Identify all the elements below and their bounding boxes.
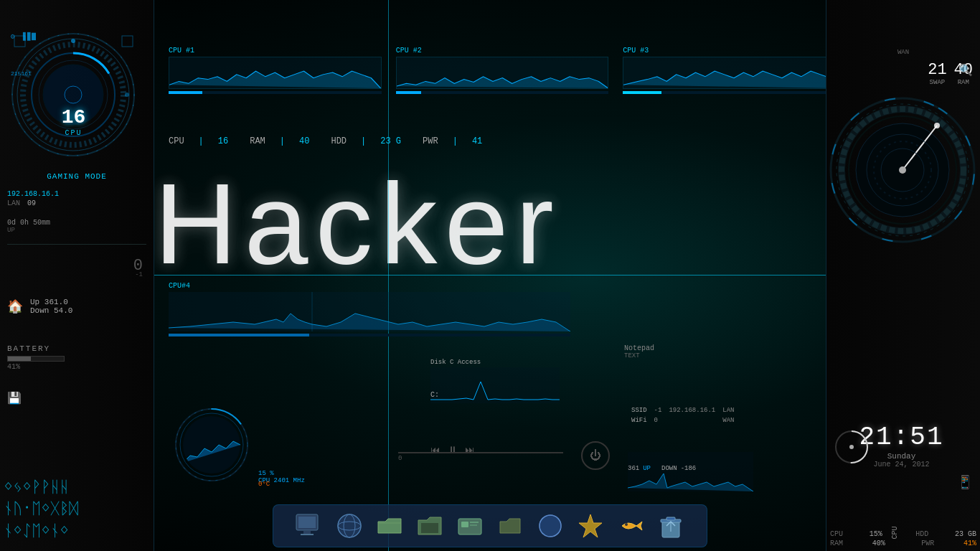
svg-rect-48 bbox=[470, 524, 477, 526]
svg-rect-38 bbox=[303, 531, 311, 534]
svg-point-35 bbox=[849, 445, 854, 449]
svg-rect-55 bbox=[666, 517, 675, 520]
cpu2-progress-fill bbox=[396, 91, 422, 94]
svg-point-10 bbox=[71, 39, 75, 43]
power-btn-circle[interactable]: ⏻ bbox=[581, 441, 610, 470]
cpu2-graph-area bbox=[396, 57, 609, 89]
power-button[interactable]: ⏻ bbox=[581, 441, 610, 470]
cpu1-label: CPU #1 bbox=[169, 47, 382, 55]
pwr-stat-val: 41% bbox=[963, 540, 976, 547]
svg-point-27 bbox=[934, 123, 940, 128]
hacker-title: Hacker bbox=[154, 158, 561, 290]
stats-hdd-label: HDD bbox=[331, 136, 347, 146]
stats-cpu-val: 16 bbox=[218, 136, 228, 146]
taskbar-icon-1[interactable] bbox=[292, 509, 326, 543]
ip-val: 192.168.16.1 bbox=[665, 405, 719, 415]
taskbar-icon-2[interactable] bbox=[332, 509, 367, 543]
battery-label: BATTERY bbox=[7, 344, 65, 353]
net-stats-display: 361 UP DOWN -186 bbox=[628, 465, 696, 472]
cpu3-graph-area bbox=[623, 57, 836, 89]
cpu2-progress bbox=[396, 91, 609, 94]
text-label: TEXT bbox=[624, 352, 654, 359]
bottom-stats: CPU 15% HDD 23 GB RAM 40% PWR 41% bbox=[830, 530, 976, 547]
gaming-mode-label: GAMING MODE bbox=[47, 172, 107, 181]
svg-rect-46 bbox=[461, 522, 468, 527]
stats-bar: CPU | 16 RAM | 40 HDD | 23 G PWR | 41 bbox=[154, 136, 850, 146]
separator-line bbox=[7, 244, 146, 245]
up-label: UP bbox=[643, 465, 651, 472]
taskbar-icon-10[interactable] bbox=[654, 509, 688, 543]
settings-icon: ⚙ bbox=[11, 32, 15, 41]
down-label: DOWN bbox=[661, 465, 677, 472]
wifi-val: 0 bbox=[651, 415, 666, 425]
lan-port: 09 bbox=[27, 199, 36, 207]
cpu2-graph: CPU #2 bbox=[396, 47, 609, 94]
cpu3-progress-fill bbox=[623, 91, 661, 94]
up-value: 361 bbox=[628, 465, 639, 472]
taskbar-icon-7[interactable] bbox=[533, 509, 567, 543]
cpu3-graph: CPU #3 bbox=[623, 47, 836, 94]
ssid-val: -1 bbox=[651, 405, 666, 415]
cpu-graphs-panel: CPU #1 CPU #2 CPU #3 bbox=[154, 47, 850, 94]
wifi-section: SSID -1 192.168.16.1 LAN WiFi 0 WAN bbox=[628, 405, 738, 425]
uptime-display: 0d 0h 50mm UP bbox=[7, 219, 50, 234]
lan-ip: 192.168.16.1 bbox=[7, 190, 59, 198]
progress-track bbox=[398, 452, 563, 453]
gauge-number: 215161 bbox=[11, 70, 32, 77]
progress-slider: 0 bbox=[398, 452, 563, 462]
net-label: LAN bbox=[719, 405, 738, 415]
search-icon[interactable]: 🔍 bbox=[958, 63, 973, 77]
left-panel: 16 CPU ⚙ ▋▊█ 215161 GAMING MODE 192.168.… bbox=[0, 0, 154, 551]
cpu-graph-row: CPU #1 CPU #2 CPU #3 bbox=[154, 47, 850, 94]
progress-indicator: 0 bbox=[398, 455, 563, 462]
wifi-label: WiFi bbox=[628, 415, 651, 425]
cpu1-graph-area bbox=[169, 57, 382, 89]
wan-label: WAN bbox=[897, 49, 909, 56]
svg-rect-39 bbox=[301, 534, 314, 535]
cpu-rotated-label: CPU bbox=[890, 526, 898, 539]
taskbar-icon-5[interactable] bbox=[453, 509, 487, 543]
taskbar-icon-6[interactable] bbox=[493, 509, 527, 543]
svg-rect-47 bbox=[470, 522, 479, 523]
lan-label: LAN bbox=[7, 199, 20, 207]
cpu-stat-val: 15% bbox=[870, 530, 882, 538]
cpu3-label: CPU #3 bbox=[623, 47, 836, 55]
taskbar-icon-3[interactable] bbox=[372, 509, 407, 543]
cpu1-graph: CPU #1 bbox=[169, 47, 382, 94]
wan-label-wifi: WAN bbox=[719, 415, 738, 425]
swap-section: 21 SWAP bbox=[928, 61, 946, 86]
right-gauge bbox=[826, 93, 980, 248]
cpu2-label: CPU #2 bbox=[396, 47, 609, 55]
clock-section: 21:51 Sunday June 24, 2012 bbox=[826, 423, 980, 468]
stats-pwr-label: PWR bbox=[423, 136, 438, 146]
ram-label: RAM bbox=[954, 79, 973, 86]
battery-bar bbox=[7, 356, 65, 362]
battery-section: BATTERY 41% bbox=[7, 344, 65, 371]
cpu1-progress-fill bbox=[169, 91, 202, 94]
taskbar-icon-8[interactable] bbox=[573, 509, 608, 543]
taskbar bbox=[273, 504, 707, 547]
taskbar-icon-4[interactable] bbox=[413, 509, 447, 543]
battery-fill bbox=[8, 357, 31, 361]
alien-text-decoration: ᛜᛃᛜᚹᚹᚺᚺ ᚾᚢ᛫ᛖᛜᚷᛒᛞ ᚾᛜᛇᛖᛜᚾᛜ bbox=[4, 478, 78, 544]
clock-ring bbox=[834, 429, 870, 465]
cpu1-progress bbox=[169, 91, 382, 94]
disk-access-section: Disk C Access bbox=[430, 359, 560, 403]
cpu-small-section: 15 % CPU 2401 MHz 0°C bbox=[172, 405, 316, 491]
wifi-table: SSID -1 192.168.16.1 LAN WiFi 0 WAN bbox=[628, 405, 738, 425]
disk-c-label: C: bbox=[430, 391, 439, 399]
network-stats: 🏠 Up 361.0 Down 54.0 bbox=[7, 298, 72, 315]
swap-value: 21 bbox=[928, 61, 946, 79]
ram-stat-label: RAM bbox=[830, 540, 843, 547]
disk-c-graph bbox=[430, 367, 560, 403]
swap-label: SWAP bbox=[928, 79, 946, 86]
taskbar-icon-9[interactable] bbox=[613, 509, 648, 543]
signal-bars-icon: ▋▊█ bbox=[23, 32, 36, 41]
counter-minus-one: -1 bbox=[135, 271, 143, 278]
cpu-gauge: 16 CPU bbox=[7, 29, 140, 161]
ram-stat-val: 40% bbox=[872, 540, 885, 547]
svg-point-43 bbox=[338, 514, 361, 537]
right-panel: WAN 21 SWAP 40 RAM 🔍 bbox=[826, 0, 980, 551]
notepad-label: Notepad bbox=[624, 344, 654, 352]
stats-ram-label: RAM bbox=[250, 136, 265, 146]
